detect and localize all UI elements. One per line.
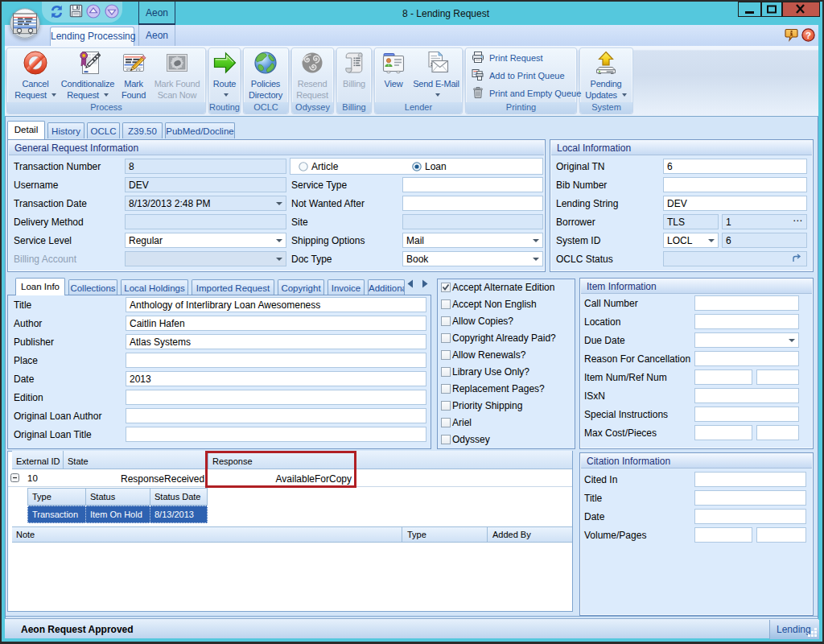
svg-text:?: ? [805, 31, 811, 40]
